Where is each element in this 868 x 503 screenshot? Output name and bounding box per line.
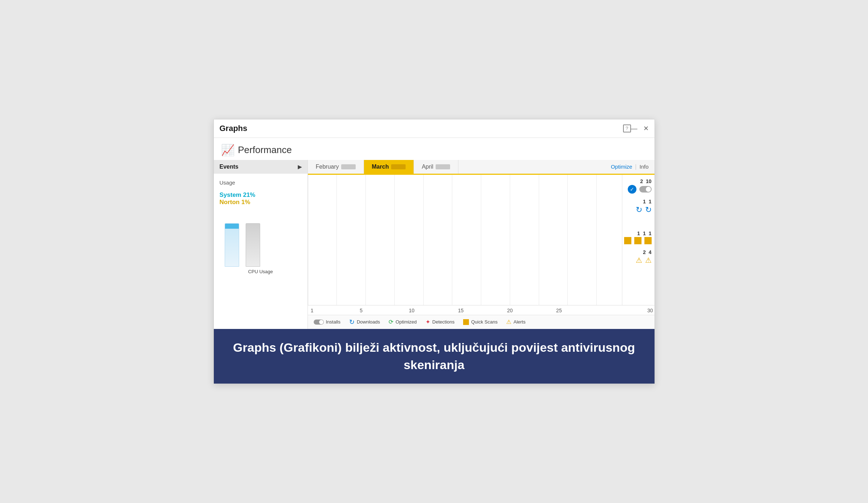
info-button[interactable]: Info [639, 164, 648, 170]
events-arrow-icon[interactable]: ▶ [298, 164, 302, 170]
x-label-30: 30 [604, 308, 655, 313]
optimize-button[interactable]: Optimize [611, 164, 632, 170]
close-button[interactable]: ✕ [643, 125, 649, 132]
left-panel: Events ▶ Usage System 21% Norton 1% CPU … [214, 160, 308, 329]
cpu-label: CPU Usage [214, 267, 308, 278]
downloads-count-2: 1 [649, 199, 652, 204]
install-check-icon: ✓ [628, 185, 636, 194]
tab-march[interactable]: March [364, 160, 414, 174]
graph-area: 2 10 ✓ 1 1 [308, 175, 655, 315]
events-label: Events [220, 164, 238, 170]
system-bar [225, 223, 239, 267]
legend-downloads-label: Downloads [357, 319, 380, 325]
help-icon[interactable]: ? [623, 124, 631, 132]
alerts-count-1: 2 [643, 249, 646, 255]
legend-alerts: ⚠ Alerts [506, 318, 525, 325]
alerts-icons: ⚠ ⚠ [636, 256, 652, 265]
grid-col-8 [510, 175, 539, 305]
section-header: 📈 Performance [214, 138, 655, 160]
quickscan-icon-3 [644, 237, 652, 244]
norton-stat: Norton 1% [220, 199, 302, 206]
legend-detections-label: Detections [432, 319, 454, 325]
grid-col-7 [481, 175, 510, 305]
tab-divider: | [635, 164, 636, 170]
installs-icons: ✓ [628, 185, 652, 194]
legend-optimized-label: Optimized [395, 319, 417, 325]
norton-bar-wrapper [246, 223, 260, 267]
quickscans-count-2: 1 [643, 231, 646, 236]
quickscan-icon-2 [634, 237, 642, 244]
legend-optimized: ⟳ Optimized [389, 318, 417, 325]
tab-april-bar [436, 164, 450, 169]
alerts-counts: 2 4 [643, 249, 652, 255]
grid-col-4 [395, 175, 424, 305]
tab-march-bar [391, 164, 406, 169]
legend-downloads-icon: ↻ [349, 318, 355, 326]
norton-bar [246, 223, 260, 267]
x-label-1: 1 [308, 308, 359, 313]
tab-february[interactable]: February [308, 160, 364, 174]
legend-installs-label: Installs [326, 319, 340, 325]
bar-chart [214, 209, 308, 267]
system-stat: System 21% [220, 191, 302, 199]
downloads-count-1: 1 [643, 199, 646, 204]
quickscans-count-3: 1 [649, 231, 652, 236]
download-icon-1: ↻ [636, 205, 642, 215]
quickscans-count-1: 1 [637, 231, 640, 236]
legend-quickscans-label: Quick Scans [471, 319, 497, 325]
quickscan-icon-1 [624, 237, 631, 244]
download-icon-2: ↻ [645, 205, 652, 215]
installs-count-1: 2 [640, 178, 643, 184]
downloads-counts: 1 1 [643, 199, 652, 204]
x-label-5: 5 [358, 308, 407, 313]
main-window: Graphs ? — ✕ 📈 Performance Events ▶ Usag… [213, 119, 655, 384]
legend-detections: ✦ Detections [425, 318, 454, 325]
system-bar-wrapper [225, 223, 239, 267]
grid-col-9 [539, 175, 568, 305]
info-banner-text: Graphs (Grafikoni) bilježi aktivnost, uk… [233, 341, 635, 372]
events-header: Events ▶ [214, 160, 308, 174]
quickscans-counts: 1 1 1 [637, 231, 651, 236]
section-title: Performance [238, 144, 292, 156]
grid-col-3 [366, 175, 395, 305]
x-axis: 1 5 10 15 20 25 30 [308, 305, 655, 315]
x-label-20: 20 [505, 308, 555, 313]
installs-counts: 2 10 [640, 178, 651, 184]
legend-quickscans: Quick Scans [463, 319, 497, 325]
grid-col-11 [597, 175, 626, 305]
legend-optimized-icon: ⟳ [389, 318, 393, 325]
legend-installs: Installs [314, 319, 340, 325]
tab-actions: Optimize | Info [605, 160, 654, 174]
system-bar-fill [225, 224, 239, 229]
downloads-icons: ↻ ↻ [636, 205, 652, 215]
alerts-count-2: 4 [649, 249, 652, 255]
grid-col-10 [568, 175, 597, 305]
grid-col-6 [452, 175, 481, 305]
installs-count-2: 10 [646, 178, 652, 184]
x-label-10: 10 [407, 308, 457, 313]
usage-label: Usage [214, 174, 308, 189]
grid-col-1 [308, 175, 337, 305]
legend-bar: Installs ↻ Downloads ⟳ Optimized ✦ Detec… [308, 315, 655, 329]
legend-installs-icon [314, 320, 324, 325]
tab-february-label: February [316, 164, 339, 170]
x-label-25: 25 [555, 308, 604, 313]
legend-alerts-icon: ⚠ [506, 318, 511, 325]
usage-stats: System 21% Norton 1% [214, 189, 308, 209]
info-banner: Graphs (Grafikoni) bilježi aktivnost, uk… [214, 329, 655, 384]
x-label-15: 15 [457, 308, 506, 313]
window-controls: — ✕ [631, 125, 649, 132]
tab-march-label: March [372, 164, 389, 170]
minimize-button[interactable]: — [631, 125, 638, 132]
alerts-event-group: 2 4 ⚠ ⚠ [625, 249, 652, 265]
downloads-event-group: 1 1 ↻ ↻ [625, 199, 652, 215]
main-content: Events ▶ Usage System 21% Norton 1% CPU … [214, 160, 655, 329]
month-tabs: February March April Optimize | Info [308, 160, 655, 175]
quickscans-icons [624, 237, 652, 244]
installs-event-group: 2 10 ✓ [625, 178, 652, 194]
grid-col-2 [337, 175, 366, 305]
tab-february-bar [341, 164, 356, 169]
legend-quickscans-icon [463, 319, 469, 325]
tab-april[interactable]: April [414, 160, 458, 174]
event-sidebar: 2 10 ✓ 1 1 [622, 175, 655, 305]
